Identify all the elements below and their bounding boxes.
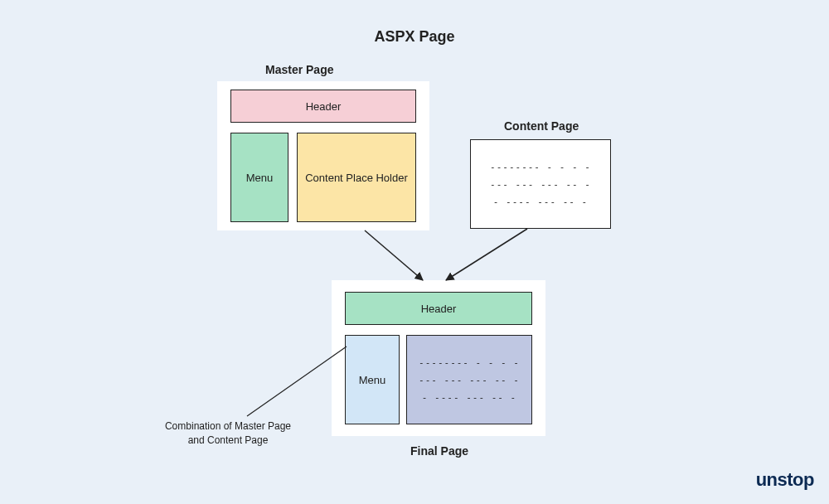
final-line: - ---- --- -- - <box>422 392 516 403</box>
logo-text: unstop <box>756 469 814 490</box>
unstop-logo: ununstop <box>756 469 814 491</box>
arrow-master-to-final <box>365 230 423 280</box>
master-content-placeholder-box: Content Place Holder <box>297 133 416 222</box>
final-line: -------- - - - - <box>419 357 520 368</box>
diagram-title: ASPX Page <box>0 28 829 46</box>
master-page-panel: Header Menu Content Place Holder <box>217 81 429 230</box>
content-page-label: Content Page <box>504 119 579 133</box>
final-header-box: Header <box>345 292 532 325</box>
final-content-lines: -------- - - - - --- --- --- -- - - ----… <box>407 336 531 424</box>
final-line: --- --- --- -- - <box>419 375 520 385</box>
content-line: -------- - - - - <box>490 162 591 172</box>
final-menu-box: Menu <box>345 335 400 424</box>
content-lines: -------- - - - - --- --- --- -- - - ----… <box>471 140 610 228</box>
content-line: --- --- --- -- - <box>490 179 591 190</box>
content-page-panel: -------- - - - - --- --- --- -- - - ----… <box>470 139 611 229</box>
master-page-label: Master Page <box>265 63 333 76</box>
final-content-box: -------- - - - - --- --- --- -- - - ----… <box>406 335 532 424</box>
arrow-content-to-final <box>446 229 527 280</box>
final-page-panel: Header Menu -------- - - - - --- --- ---… <box>332 280 545 436</box>
final-page-label: Final Page <box>410 444 468 458</box>
master-header-box: Header <box>230 90 416 123</box>
annotation-caption: Combination of Master Page and Content P… <box>145 419 311 448</box>
master-menu-box: Menu <box>230 133 288 222</box>
content-line: - ---- --- -- - <box>493 196 588 207</box>
